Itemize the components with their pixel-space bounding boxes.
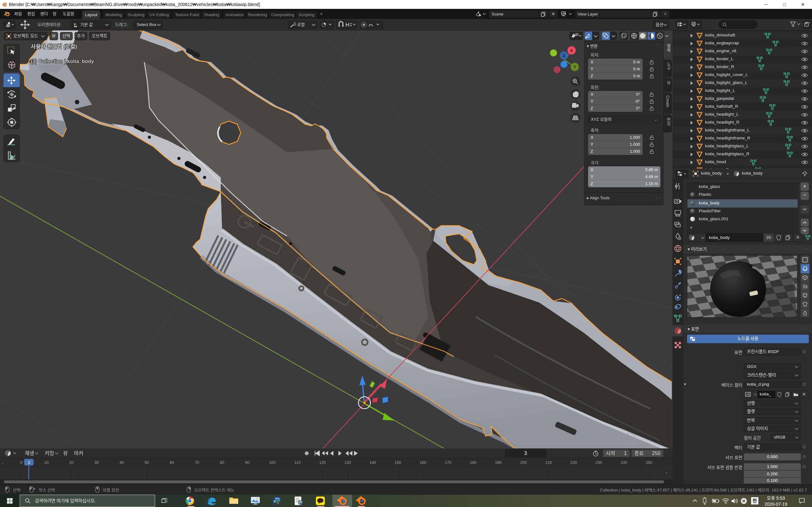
svg-text:X: X [570,48,573,53]
svg-text:250: 250 [646,460,653,465]
svg-text:90: 90 [245,460,249,465]
svg-text:110: 110 [294,460,301,465]
svg-text:150: 150 [395,460,401,465]
svg-text:40: 40 [119,460,124,465]
svg-text:120: 120 [319,460,326,465]
svg-text:80: 80 [220,460,224,465]
svg-text:240: 240 [620,460,627,465]
svg-text:180: 180 [470,460,476,465]
svg-text:160: 160 [420,460,426,465]
svg-text:220: 220 [570,460,577,465]
svg-text:사용자 원근법 (로컬): 사용자 원근법 (로컬) [31,44,77,50]
svg-text:200: 200 [520,460,527,465]
svg-text:60: 60 [170,460,174,465]
svg-text:140: 140 [369,460,376,465]
svg-text:50: 50 [145,460,149,465]
svg-text:130: 130 [345,460,351,465]
svg-text:(3) Collection | kotia_body: (3) Collection | kotia_body [31,59,94,64]
svg-text:210: 210 [545,460,552,465]
svg-text:10: 10 [44,460,49,465]
svg-text:3: 3 [28,460,30,465]
svg-text:70: 70 [195,460,199,465]
svg-text:Y: Y [573,65,576,69]
svg-text:0: 0 [20,460,22,465]
svg-text:Z: Z [563,53,565,58]
svg-text:30: 30 [95,460,99,465]
svg-text:›: › [2,461,3,466]
svg-text:170: 170 [445,460,451,465]
svg-text:100: 100 [269,460,275,465]
svg-text:20: 20 [69,460,73,465]
svg-text:230: 230 [595,460,602,465]
svg-text:‹: ‹ [666,470,667,475]
svg-text:190: 190 [495,460,502,465]
